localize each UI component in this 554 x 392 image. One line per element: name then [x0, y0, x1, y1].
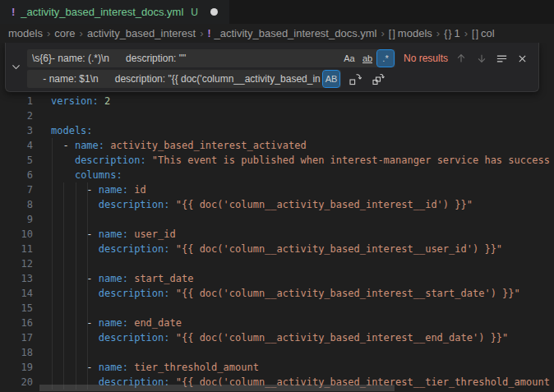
code-text[interactable]: columns:	[51, 168, 122, 182]
replace-input[interactable]: - name: $1\n description: "{{ doc('colum…	[27, 70, 341, 88]
line-number[interactable]: 6	[0, 168, 33, 182]
token-key: version:	[51, 95, 99, 107]
breadcrumb-label: _activity_based_interest_docs.yml	[215, 27, 377, 39]
horizontal-scrollbar[interactable]	[39, 385, 395, 391]
toggle-replace-button[interactable]	[6, 43, 25, 90]
whole-word-button[interactable]: ab	[359, 50, 376, 67]
line-number[interactable]: 20	[0, 375, 33, 390]
breadcrumb-separator-icon: ›	[80, 27, 83, 39]
arrow-up-icon	[455, 53, 467, 64]
breadcrumb-item-core[interactable]: core	[54, 27, 75, 39]
token-num: 2	[104, 95, 110, 107]
tab-activity-based-interest-docs[interactable]: ! _activity_based_interest_docs.yml U	[0, 0, 229, 24]
code-text[interactable]: - name: start_date	[51, 271, 193, 286]
line-number[interactable]: 17	[0, 330, 33, 345]
code-line: 6 columns:	[0, 168, 554, 182]
token-key: description:	[99, 243, 170, 255]
line-number[interactable]: 12	[0, 256, 33, 271]
chevron-down-icon	[11, 62, 21, 72]
token-key: description:	[99, 199, 170, 210]
editor[interactable]: 1version: 223models:4 - name: activity_b…	[0, 43, 554, 392]
line-number[interactable]: 3	[0, 123, 33, 138]
code-line: 18	[0, 345, 554, 360]
whole-word-icon: ab	[362, 54, 372, 63]
code-text[interactable]: - name: end_date	[51, 316, 182, 330]
code-text[interactable]: - name: id	[51, 182, 146, 197]
line-number[interactable]: 10	[0, 227, 33, 242]
code-line: 15	[0, 301, 554, 316]
code-line: 5 description: "This event is published …	[0, 153, 554, 168]
breadcrumb-label: col	[481, 27, 495, 39]
breadcrumb-item-activity_based_interest[interactable]: activity_based_interest	[87, 27, 196, 39]
symbol-array-icon: [ ]	[472, 28, 478, 39]
line-number[interactable]: 7	[0, 182, 33, 197]
code-text[interactable]: description: "{{ doc('column__activity_b…	[51, 330, 508, 345]
token-str: "This event is published when interest-m…	[152, 154, 550, 166]
code-text[interactable]: version: 2	[51, 94, 110, 108]
code-text[interactable]: models:	[51, 123, 93, 138]
vscode-window: ! _activity_based_interest_docs.yml U mo…	[0, 0, 554, 392]
next-match-button[interactable]	[473, 51, 489, 67]
token-key: name:	[99, 362, 128, 373]
breadcrumb-item-models[interactable]: models	[8, 27, 43, 39]
code-text[interactable]: description: "{{ doc('column__activity_b…	[51, 242, 502, 256]
symbol-array-icon: [ ]	[389, 28, 395, 39]
line-number[interactable]: 1	[0, 94, 33, 108]
code-text[interactable]: - name: user_id	[51, 227, 176, 242]
line-number[interactable]: 18	[0, 345, 33, 360]
token-pln	[146, 154, 152, 166]
code-line: 17 description: "{{ doc('column__activit…	[0, 330, 554, 345]
token-pln: -	[51, 140, 75, 151]
preserve-case-icon: AB	[325, 74, 338, 84]
tab-filename: _activity_based_interest_docs.yml	[21, 6, 183, 18]
code-text[interactable]: description: "{{ doc('column__activity_b…	[51, 286, 520, 301]
line-number[interactable]: 9	[0, 212, 33, 227]
line-number[interactable]: 13	[0, 271, 33, 286]
find-input[interactable]: \s{6}- name: (.*)\n description: "" Aa a…	[27, 49, 395, 67]
token-key: description:	[99, 332, 170, 344]
replace-all-button[interactable]	[370, 71, 385, 87]
line-number[interactable]: 15	[0, 301, 33, 316]
breadcrumb-separator-icon: ›	[464, 27, 468, 39]
code-text[interactable]: - name: tier_threshold_amount	[51, 360, 259, 375]
line-number[interactable]: 16	[0, 316, 33, 330]
breadcrumb-item-col[interactable]: [ ]col	[472, 27, 495, 39]
line-number[interactable]: 4	[0, 138, 33, 153]
code-text[interactable]: - name: activity_based_interest_activate…	[51, 138, 307, 153]
breadcrumb-label: models	[398, 27, 432, 39]
breadcrumb-label: core	[54, 27, 75, 39]
token-str: user_id	[134, 228, 176, 240]
token-pln	[51, 288, 99, 299]
breadcrumb-label: models	[8, 27, 43, 39]
line-number[interactable]: 19	[0, 360, 33, 375]
token-key: name:	[99, 273, 128, 284]
line-number[interactable]: 11	[0, 242, 33, 256]
regex-button[interactable]: .*	[377, 50, 394, 67]
find-in-selection-button[interactable]	[494, 51, 510, 67]
line-number[interactable]: 2	[0, 108, 33, 123]
previous-match-button[interactable]	[453, 51, 469, 67]
token-pln: -	[51, 184, 99, 196]
find-results-status: No results	[404, 53, 448, 64]
breadcrumb-item-_activity_based_interest_docs.yml[interactable]: !_activity_based_interest_docs.yml	[208, 27, 377, 39]
token-str: end_date	[134, 317, 182, 329]
token-key: name:	[99, 228, 128, 240]
breadcrumb-item-1[interactable]: { }1	[444, 27, 460, 39]
line-number[interactable]: 8	[0, 197, 33, 212]
match-case-icon: Aa	[344, 53, 354, 63]
line-number[interactable]: 14	[0, 286, 33, 301]
breadcrumb-item-models[interactable]: [ ]models	[389, 27, 432, 39]
code-line: 14 description: "{{ doc('column__activit…	[0, 286, 554, 301]
unsaved-changes-dot-icon[interactable]	[210, 8, 218, 16]
preserve-case-button[interactable]: AB	[323, 71, 339, 87]
token-key: models:	[51, 125, 93, 136]
close-find-widget-button[interactable]	[515, 51, 530, 67]
find-input-value: \s{6}- name: (.*)\n description: ""	[32, 53, 341, 64]
line-number[interactable]: 5	[0, 153, 33, 168]
code-text[interactable]: description: "{{ doc('column__activity_b…	[51, 197, 473, 212]
code-text[interactable]: description: "This event is published wh…	[51, 153, 550, 168]
breadcrumb-label: 1	[454, 27, 459, 39]
token-pln: -	[51, 228, 99, 240]
replace-button[interactable]	[347, 71, 362, 87]
match-case-button[interactable]: Aa	[341, 50, 358, 67]
